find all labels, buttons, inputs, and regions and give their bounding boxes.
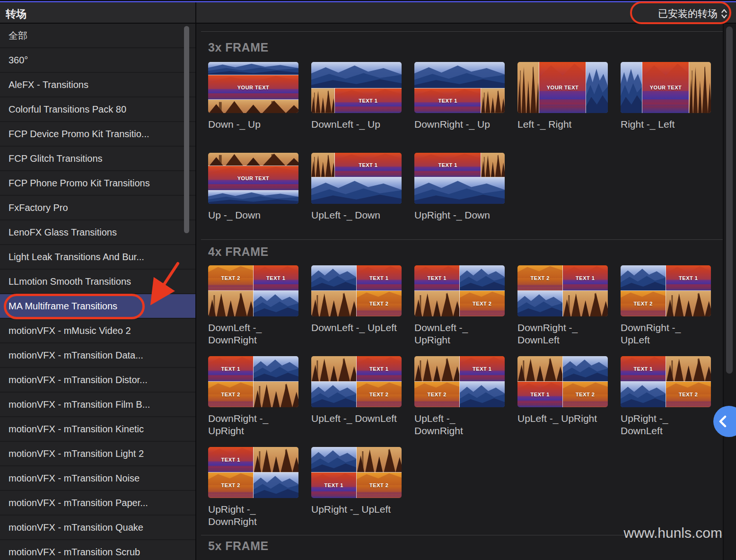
transition-item[interactable]: TEXT 1TEXT 2 DownRight -_ UpLeft <box>621 265 711 356</box>
sidebar-category-item[interactable]: 360° <box>0 48 195 72</box>
thumbnail-tile-blue-mountains <box>254 472 299 498</box>
thumbnail-tile-red-sunset: TEXT 1 <box>311 472 357 498</box>
transition-item[interactable]: TEXT 1TEXT 2 UpLeft -_ DownLeft <box>311 356 402 447</box>
transition-thumbnail[interactable]: TEXT 1TEXT 2 <box>311 447 402 498</box>
transition-item[interactable]: TEXT 2TEXT 1 DownLeft -_ DownRight <box>208 265 298 356</box>
transition-item[interactable]: TEXT 1TEXT 2 UpLeft -_ UpRight <box>517 356 608 447</box>
sidebar-category-item[interactable]: Light Leak Transitions And Bur... <box>0 245 195 269</box>
transition-thumbnail[interactable]: TEXT 1 <box>414 62 505 113</box>
transition-item[interactable]: TEXT 1TEXT 2 UpRight -_ UpLeft <box>311 447 402 538</box>
transition-item[interactable]: TEXT 1TEXT 2 UpLeft -_ DownRight <box>414 356 505 447</box>
thumbnail-tile-text: YOUR TEXT <box>547 85 578 91</box>
transition-thumbnail[interactable]: TEXT 1TEXT 2 <box>414 265 505 316</box>
transition-thumbnail[interactable]: TEXT 1TEXT 2 <box>208 356 298 407</box>
sidebar-category-item[interactable]: FCP Device Promo Kit Transitio... <box>0 122 195 146</box>
sidebar-category-label: Light Leak Transitions And Bur... <box>0 252 144 262</box>
transition-thumbnail[interactable]: YOUR TEXT <box>208 153 298 204</box>
sidebar-category-label: FCP Phone Promo Kit Transitions <box>0 178 150 189</box>
transition-item[interactable]: TEXT 1 UpRight -_ Down <box>414 153 505 244</box>
thumbnail-tile-orange-sunset: TEXT 2 <box>517 265 563 291</box>
transition-thumbnail[interactable]: TEXT 2TEXT 1 <box>517 265 608 316</box>
sidebar-category-item[interactable]: motionVFX - mTransition Scrub <box>0 540 195 560</box>
transition-thumbnail[interactable]: TEXT 1TEXT 2 <box>311 356 402 407</box>
sidebar-category-item[interactable]: motionVFX - mTransition Light 2 <box>0 442 195 465</box>
sidebar-category-list: 全部 360° AleFX - Transitions Colorful Tra… <box>0 24 195 560</box>
sidebar-category-item[interactable]: motionVFX - mMusic Video 2 <box>0 319 195 342</box>
transition-thumbnail[interactable]: TEXT 1TEXT 2 <box>517 356 608 407</box>
transition-item[interactable]: TEXT 1TEXT 2 UpRight -_ DownRight <box>208 447 298 538</box>
transition-item[interactable]: YOUR TEXT Up -_ Down <box>208 153 298 244</box>
sidebar-scrollbar[interactable] <box>184 26 189 233</box>
thumbnail-tile-text: TEXT 1 <box>438 98 457 104</box>
transition-thumbnail[interactable]: TEXT 1TEXT 2 <box>208 447 298 498</box>
sidebar-category-item[interactable]: motionVFX - mTransition Kinetic <box>0 417 195 441</box>
transition-thumbnail[interactable]: TEXT 1TEXT 2 <box>311 265 402 316</box>
transition-label: Right -_ Left <box>621 118 711 131</box>
thumbnail-tile-orange-sunset: TEXT 2 <box>208 472 254 498</box>
thumbnail-tile-red-sunset: TEXT 1 <box>666 265 711 291</box>
transition-item[interactable]: TEXT 2TEXT 1 DownRight -_ DownLeft <box>517 265 608 356</box>
transition-item[interactable]: YOUR TEXT Left -_ Right <box>517 62 608 153</box>
transition-thumbnail[interactable]: TEXT 1 <box>414 153 505 204</box>
sidebar-category-item[interactable]: FxFactory Pro <box>0 196 195 219</box>
sidebar-category-item[interactable]: motionVFX - mTransition Film B... <box>0 393 195 416</box>
transition-item[interactable]: TEXT 1 DownRight -_ Up <box>414 62 505 153</box>
thumbnail-tile-blue-mountains <box>414 62 505 88</box>
thumbnail-tile-red-sunset: YOUR TEXT <box>539 62 586 113</box>
transition-thumbnail[interactable]: TEXT 1 <box>311 62 402 113</box>
transition-label: DownRight -_ UpRight <box>208 412 298 437</box>
transition-thumbnail[interactable]: YOUR TEXT <box>621 62 711 113</box>
sidebar-category-label: motionVFX - mTransition Light 2 <box>0 448 144 459</box>
sidebar-category-item[interactable]: FCP Glitch Transitions <box>0 147 195 170</box>
thumbnail-tile-blue-mountains <box>208 62 298 75</box>
sidebar-category-label: motionVFX - mTransition Noise <box>0 473 140 484</box>
transition-thumbnail[interactable]: YOUR TEXT <box>208 62 298 113</box>
thumbnail-tile-orange-sunset: TEXT 2 <box>563 382 608 407</box>
thumbnail-tile-red-sunset: TEXT 1 <box>335 153 402 177</box>
transition-item[interactable]: YOUR TEXT Right -_ Left <box>621 62 711 153</box>
sidebar-category-label: FxFactory Pro <box>0 202 68 213</box>
transition-item[interactable]: YOUR TEXT Down -_ Up <box>208 62 298 153</box>
thumbnail-tile-blue-mountains <box>621 382 666 407</box>
transition-item[interactable]: TEXT 1TEXT 2 DownRight -_ UpRight <box>208 356 298 447</box>
transition-thumbnail[interactable]: YOUR TEXT <box>517 62 608 113</box>
transition-thumbnail[interactable]: TEXT 2TEXT 1 <box>208 265 298 316</box>
thumbnail-tile-pine-trees-cliff <box>414 291 460 316</box>
transition-item[interactable]: TEXT 1TEXT 2 UpRight -_ DownLeft <box>621 356 711 447</box>
thumbnail-tile-text: TEXT 2 <box>369 392 388 398</box>
sidebar-category-item[interactable]: motionVFX - mTransition Distor... <box>0 368 195 392</box>
sidebar-category-item[interactable]: motionVFX - mTransition Data... <box>0 343 195 367</box>
content-scrollbar-thumb[interactable] <box>726 26 733 374</box>
sidebar-category-item[interactable]: Colorful Transitions Pack 80 <box>0 97 195 121</box>
thumbnail-tile-orange-sunset: TEXT 2 <box>357 382 402 407</box>
sidebar-category-item[interactable]: motionVFX - mTransition Paper... <box>0 491 195 515</box>
sidebar-category-item[interactable]: LLmotion Smooth Transitions <box>0 270 195 293</box>
chevron-up-down-icon <box>721 8 727 19</box>
thumbnail-tile-pine-trees-cliff <box>517 62 539 113</box>
transition-thumbnail[interactable]: TEXT 1TEXT 2 <box>621 356 711 407</box>
thumbnail-tile-blue-mountains <box>460 382 505 407</box>
thumbnail-tile-pine-trees-cliff <box>414 356 460 382</box>
thumbnail-tile-pine-trees-cliff <box>311 291 357 316</box>
thumbnail-tile-red-sunset: TEXT 1 <box>335 88 402 113</box>
transition-thumbnail[interactable]: TEXT 1TEXT 2 <box>621 265 711 316</box>
thumbnail-tile-text: TEXT 1 <box>679 275 698 281</box>
transition-thumbnail[interactable]: TEXT 1 <box>311 153 402 204</box>
thumbnail-tile-orange-sunset: TEXT 2 <box>666 382 711 407</box>
transition-item[interactable]: TEXT 1TEXT 2 DownLeft -_ UpRight <box>414 265 505 356</box>
transition-item[interactable]: TEXT 1 DownLeft -_ Up <box>311 62 402 153</box>
sidebar-category-item[interactable]: MA Multiframe Transitions <box>0 294 195 318</box>
sidebar-category-item[interactable]: AleFX - Transitions <box>0 73 195 96</box>
thumbnail-tile-orange-sunset: TEXT 2 <box>460 291 505 316</box>
transition-thumbnail[interactable]: TEXT 1TEXT 2 <box>414 356 505 407</box>
thumbnail-tile-pine-trees-cliff <box>481 88 505 113</box>
installed-transitions-dropdown[interactable]: 已安装的转场 <box>658 6 727 22</box>
sidebar-category-item[interactable]: motionVFX - mTransition Noise <box>0 466 195 490</box>
sidebar-category-item[interactable]: 全部 <box>0 24 195 47</box>
sidebar-category-item[interactable]: LenoFX Glass Transitions <box>0 220 195 244</box>
thumbnail-tile-pine-trees-cliff <box>481 153 505 177</box>
transition-item[interactable]: TEXT 1TEXT 2 DownLeft -_ UpLeft <box>311 265 402 356</box>
sidebar-category-item[interactable]: FCP Phone Promo Kit Transitions <box>0 171 195 195</box>
sidebar-category-item[interactable]: motionVFX - mTransition Quake <box>0 516 195 539</box>
transition-item[interactable]: TEXT 1 UpLeft -_ Down <box>311 153 402 244</box>
